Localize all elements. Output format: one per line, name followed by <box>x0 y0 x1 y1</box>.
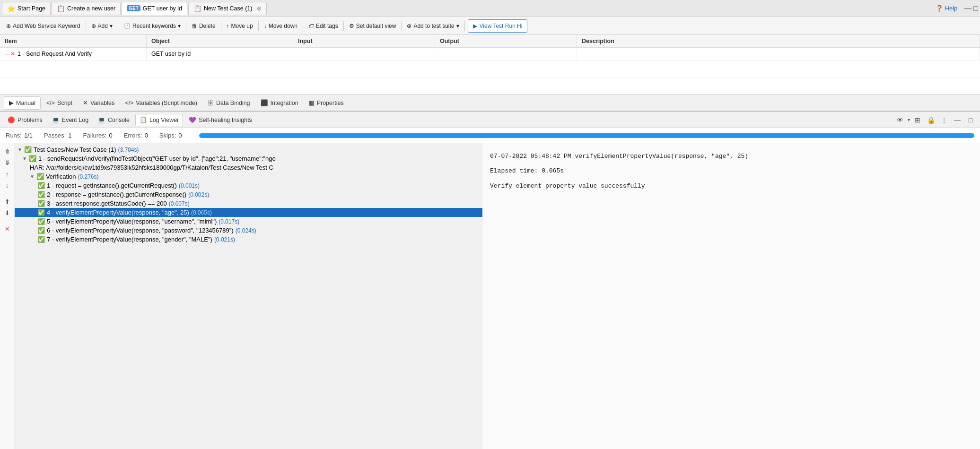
tree-v6[interactable]: ✅ 6 - verifyElementPropertyValue(respons… <box>15 226 482 235</box>
tree-v1[interactable]: ✅ 1 - request = getInstance().getCurrent… <box>15 181 482 190</box>
help-label: Help <box>945 5 958 12</box>
error-arrow-icon: —✕ <box>5 51 15 57</box>
grid-button[interactable]: ⊞ <box>912 114 923 126</box>
console-tab-self-healing[interactable]: 💜 Self-healing Insights <box>185 114 256 126</box>
edit-tags-button[interactable]: 🏷 Edit tags <box>305 19 341 33</box>
tab-data-binding[interactable]: 🗄 Data Binding <box>203 96 255 110</box>
tree-v4[interactable]: ✅ 4 - verifyElementPropertyValue(respons… <box>15 208 482 217</box>
clear-button[interactable]: ✕ <box>2 224 12 234</box>
console-tab-problems[interactable]: 🔴 Problems <box>4 114 46 126</box>
separator-9 <box>464 21 465 31</box>
root-label: Test Cases/New Test Case (1) <box>34 146 116 153</box>
delete-button[interactable]: 🗑 Delete <box>188 19 219 33</box>
minimize-panel-button[interactable]: — <box>952 114 963 126</box>
tree-v5[interactable]: ✅ 5 - verifyElementPropertyValue(respons… <box>15 217 482 226</box>
view-test-run-button[interactable]: ▶ View Test Run Hi <box>468 19 528 33</box>
integration-icon: ⬛ <box>261 99 268 106</box>
tab-integration-label: Integration <box>271 100 298 106</box>
separator-1 <box>86 21 86 31</box>
table-icon-2: 📋 <box>193 5 201 12</box>
tab-new-test[interactable]: 📋 New Test Case (1) ⊗ <box>188 2 267 15</box>
v7-label: 7 - verifyElementPropertyValue(response,… <box>47 236 212 243</box>
log-viewer-icon: 📋 <box>140 116 147 123</box>
move-down-button[interactable]: ↓ Move down <box>261 19 301 33</box>
minimize-button[interactable]: — <box>964 5 971 12</box>
tree-node-1[interactable]: ▼ ✅ 1 - sendRequestAndVerify(findTestObj… <box>15 154 482 163</box>
variables-icon: ✕ <box>83 99 88 106</box>
add-to-test-suite-button[interactable]: ⊕ Add to test suite ▾ <box>403 19 462 33</box>
tab-variables[interactable]: ✕ Variables <box>78 96 119 110</box>
console-tab-log-viewer[interactable]: 📋 Log Viewer <box>135 114 183 126</box>
more-button[interactable]: ⋮ <box>938 114 950 126</box>
problems-icon: 🔴 <box>8 116 15 123</box>
table-header: Item Object Input Output Description <box>0 35 980 48</box>
console-label: Console <box>108 117 130 123</box>
console-tab-console[interactable]: 💻 Console <box>94 114 133 126</box>
runs-value: 1/1 <box>24 132 33 139</box>
v5-label: 5 - verifyElementPropertyValue(response,… <box>47 218 217 225</box>
tab-data-binding-label: Data Binding <box>216 100 250 106</box>
collapse-all-button[interactable]: ⤊ <box>2 146 12 156</box>
recent-chevron-icon: ▾ <box>178 23 181 29</box>
move-down-label: Move down <box>269 23 298 29</box>
move-up-button[interactable]: ↑ Move up <box>223 19 256 33</box>
eye-button[interactable]: 👁 <box>894 114 906 126</box>
tab-variables-label: Variables <box>90 100 114 106</box>
errors-value: 0 <box>145 132 148 139</box>
scroll-down2-button[interactable]: ⬇ <box>2 207 12 218</box>
tab-close-icon[interactable]: ⊗ <box>257 5 262 12</box>
tree-verification[interactable]: ▼ ✅ Verification (0.276s) <box>15 172 482 181</box>
tab-get-user[interactable]: GET GET user by id <box>122 2 187 15</box>
bottom-body: ⤊ ⤋ ↑ ↓ ⬆ ⬇ ✕ ▼ ✅ Test Cases/New <box>0 143 980 449</box>
table-row[interactable]: —✕ 1 - Send Request And Verify GET user … <box>0 48 980 60</box>
tab-create-user-label: Create a new user <box>67 5 115 12</box>
help-button[interactable]: ❓ Help <box>932 5 962 12</box>
window-controls: — □ <box>964 5 978 12</box>
separator-8 <box>401 21 402 31</box>
add-button[interactable]: ⊕ Add ▾ <box>88 19 116 33</box>
tree-controls: ⤊ ⤋ ↑ ↓ ⬆ ⬇ ✕ <box>0 143 15 449</box>
tree-v7[interactable]: ✅ 7 - verifyElementPropertyValue(respons… <box>15 235 482 244</box>
maximize-button[interactable]: □ <box>973 5 978 12</box>
v2-label: 2 - response = getInstance().getCurrentR… <box>47 191 186 198</box>
scroll-down-button[interactable]: ↓ <box>2 180 12 190</box>
recent-keywords-button[interactable]: 🕐 Recent keywords ▾ <box>120 19 184 33</box>
expand-all-button[interactable]: ⤋ <box>2 157 12 168</box>
v6-icon: ✅ <box>37 227 45 234</box>
tree-v3[interactable]: ✅ 3 - assert response.getStatusCode() ==… <box>15 199 482 208</box>
tab-integration[interactable]: ⬛ Integration <box>256 96 303 110</box>
set-default-view-button[interactable]: ⚙ Set default view <box>346 19 400 33</box>
variables-script-icon: </> <box>125 100 133 106</box>
v7-timing: (0.021s) <box>214 236 235 243</box>
v5-timing: (0.017s) <box>219 218 239 225</box>
maximize-panel-button[interactable]: □ <box>965 114 976 126</box>
tab-start[interactable]: ⭐ Start Page <box>2 2 51 15</box>
add-to-test-suite-label: Add to test suite <box>413 23 454 29</box>
tab-script[interactable]: </> Script <box>42 96 77 110</box>
tab-create-user[interactable]: 📋 Create a new user <box>52 2 121 15</box>
separator-7 <box>343 21 344 31</box>
skips-label: Skips: <box>159 132 176 139</box>
console-tab-event-log[interactable]: 💻 Event Log <box>48 114 92 126</box>
tab-variables-script[interactable]: </> Variables (Script mode) <box>120 96 202 110</box>
set-default-view-label: Set default view <box>356 23 396 29</box>
cell-object: GET user by id <box>147 48 293 60</box>
tab-properties[interactable]: ▦ Properties <box>304 96 349 110</box>
scroll-up-button[interactable]: ↑ <box>2 169 12 179</box>
v2-icon: ✅ <box>37 191 45 198</box>
tree-v2[interactable]: ✅ 2 - response = getInstance().getCurren… <box>15 190 482 199</box>
lock-button[interactable]: 🔒 <box>925 114 936 126</box>
add-web-service-button[interactable]: ⊕ Add Web Service Keyword <box>3 19 84 33</box>
app: ⭐ Start Page 📋 Create a new user GET GET… <box>0 0 980 449</box>
tree-root[interactable]: ▼ ✅ Test Cases/New Test Case (1) (3.704s… <box>15 145 482 154</box>
db-icon: 🗄 <box>208 100 214 106</box>
tree-with-controls: ⤊ ⤋ ↑ ↓ ⬆ ⬇ ✕ ▼ ✅ Test Cases/New <box>0 143 482 449</box>
tab-manual[interactable]: ▶ Manual <box>4 96 41 110</box>
console-toolbar-right: 👁 ▾ ⊞ 🔒 ⋮ — □ <box>894 114 976 126</box>
scroll-up2-button[interactable]: ⬆ <box>2 196 12 207</box>
v3-icon: ✅ <box>37 200 45 207</box>
cell-output <box>435 48 577 60</box>
add-label: Add <box>98 23 108 29</box>
separator-4 <box>221 21 221 31</box>
tree-har[interactable]: HAR: /var/folders/cj/cw1td9xs79353lk52hf… <box>15 163 482 172</box>
